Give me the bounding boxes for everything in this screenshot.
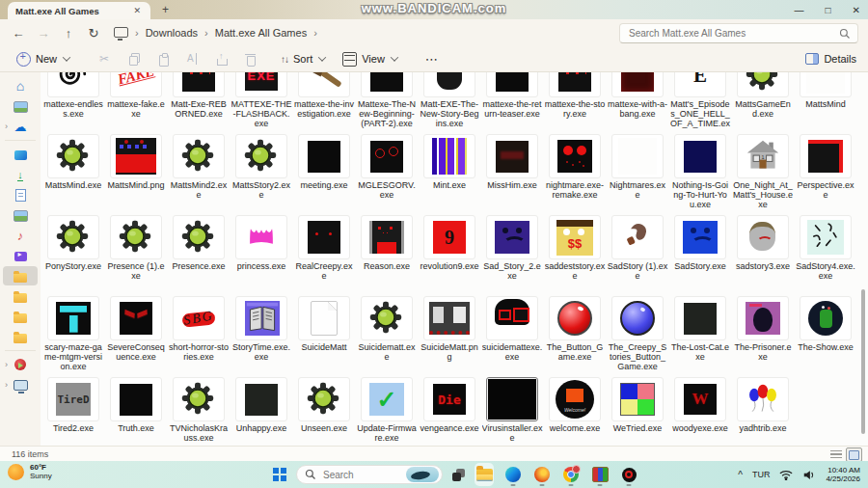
- forward-button[interactable]: →: [31, 26, 56, 41]
- sidebar-item-videos[interactable]: [3, 246, 38, 265]
- sidebar-item-music[interactable]: [3, 226, 38, 245]
- file-item[interactable]: Welcome!welcome.exe: [544, 377, 606, 446]
- scrollbar-thumb[interactable]: [861, 289, 865, 434]
- file-item[interactable]: MGLESGORV.exe: [356, 134, 418, 211]
- sidebar-item-folder2[interactable]: [3, 286, 38, 306]
- firefox-taskbar-button[interactable]: [532, 463, 552, 486]
- file-item[interactable]: MattsGameEnd.exe: [732, 72, 794, 130]
- file-item[interactable]: meeting.exe: [293, 134, 355, 211]
- file-item[interactable]: nightmare.exe-remake.exe: [544, 134, 606, 211]
- copy-icon[interactable]: [128, 53, 141, 66]
- minimize-button[interactable]: —: [795, 5, 804, 15]
- wifi-icon[interactable]: [779, 470, 793, 480]
- file-item[interactable]: Truth.exe: [105, 377, 167, 446]
- taskbar-search-input[interactable]: [321, 469, 401, 481]
- file-item[interactable]: Presence (1).exe: [105, 215, 167, 292]
- file-item[interactable]: Wwoodyexe.exe: [669, 377, 731, 446]
- file-item[interactable]: PonyStory.exe: [42, 215, 104, 292]
- sidebar-item-downloads[interactable]: [3, 165, 38, 184]
- sidebar-item-thispc[interactable]: ›: [3, 375, 38, 394]
- file-item[interactable]: mattexe-with-a-bang.exe: [607, 72, 668, 130]
- file-item[interactable]: MattsMind2.exe: [168, 134, 230, 211]
- hidden-icons-button[interactable]: ^: [738, 470, 743, 480]
- large-icons-view-button[interactable]: [846, 447, 862, 462]
- file-item[interactable]: yadhtrib.exe: [732, 377, 794, 446]
- bandicam-taskbar-button[interactable]: [619, 463, 638, 486]
- chrome-taskbar-button[interactable]: [561, 463, 581, 486]
- file-item[interactable]: SevereConsequence.exe: [105, 296, 167, 373]
- rename-icon[interactable]: [186, 53, 199, 66]
- view-button[interactable]: View: [334, 48, 406, 69]
- details-button[interactable]: Details: [805, 53, 856, 65]
- file-item[interactable]: Dievengeance.exe: [419, 377, 480, 446]
- file-item[interactable]: Mattexe-The-New-Beginning-(PART-2).exe: [356, 72, 418, 130]
- volume-icon[interactable]: [802, 470, 816, 480]
- file-item[interactable]: mattexe-the-story.exe: [544, 72, 606, 130]
- refresh-button[interactable]: ↻: [81, 26, 106, 41]
- file-item[interactable]: scary-maze-game-mtgm-version.exe: [42, 296, 104, 373]
- maximize-button[interactable]: □: [826, 5, 831, 15]
- file-item[interactable]: TVNicholasKrauss.exe: [168, 377, 230, 446]
- file-item[interactable]: suicidemattexe.exe: [481, 296, 543, 373]
- edge-taskbar-button[interactable]: [503, 463, 523, 486]
- file-item[interactable]: Unseen.exe: [293, 377, 355, 446]
- language-indicator[interactable]: TUR: [752, 470, 771, 479]
- share-icon[interactable]: [215, 53, 228, 66]
- file-item[interactable]: SadStory (1).exe: [607, 215, 668, 292]
- file-item[interactable]: WeTried.exe: [607, 377, 668, 446]
- sidebar-item-desktop[interactable]: [3, 145, 38, 164]
- file-item[interactable]: The_Creepy_Stories_Button_Game.exe: [607, 296, 668, 373]
- file-item[interactable]: MattsMind: [795, 72, 856, 130]
- more-options-button[interactable]: ⋯: [425, 52, 439, 67]
- file-item[interactable]: Mint.exe: [419, 134, 480, 211]
- file-item[interactable]: MattsStory2.exe: [231, 134, 292, 211]
- clock[interactable]: 10:40 AM 4/25/2026: [826, 466, 860, 483]
- file-explorer-taskbar-button[interactable]: [475, 463, 494, 486]
- taskbar-search[interactable]: [296, 465, 443, 484]
- sidebar-item-documents[interactable]: [3, 185, 38, 204]
- sidebar-item-folder[interactable]: [3, 266, 38, 285]
- weather-widget[interactable]: 60°F Sunny: [8, 463, 52, 480]
- sidebar-item-media[interactable]: ›: [3, 355, 38, 374]
- close-button[interactable]: ✕: [853, 5, 860, 15]
- start-button[interactable]: [273, 468, 286, 481]
- file-item[interactable]: 9revolution9.exe: [419, 215, 480, 292]
- file-item[interactable]: Virusinstaller.exe: [481, 377, 543, 446]
- file-item[interactable]: The_Button_Game.exe: [544, 296, 606, 373]
- file-item[interactable]: The-Show.exe: [795, 296, 856, 373]
- sort-button[interactable]: ↑↓ Sort: [272, 48, 334, 69]
- file-item[interactable]: princess.exe: [231, 215, 292, 292]
- details-view-icon[interactable]: [830, 450, 842, 460]
- cut-icon[interactable]: ✂: [99, 53, 112, 66]
- file-item[interactable]: The-Prisoner.exe: [732, 296, 794, 373]
- file-item[interactable]: The-Lost-Cat.exe: [669, 296, 731, 373]
- file-item[interactable]: TireDTired2.exe: [42, 377, 104, 446]
- sidebar-item-home[interactable]: [3, 76, 38, 95]
- file-item[interactable]: Perspective.exe: [795, 134, 856, 211]
- this-pc-icon[interactable]: [114, 27, 128, 38]
- breadcrumb-current-folder[interactable]: Matt.exe All Games: [215, 27, 307, 39]
- file-item[interactable]: mattexe-the-return-teaser.exe: [481, 72, 543, 130]
- file-item[interactable]: RealCreepy.exe: [293, 215, 355, 292]
- task-view-button[interactable]: [452, 469, 465, 481]
- file-item[interactable]: MattsMind.exe: [42, 134, 104, 211]
- search-box[interactable]: [619, 23, 858, 43]
- file-item[interactable]: EXEMATTEXE-THE-FLASHBACK.exe: [231, 72, 292, 130]
- up-button[interactable]: ↑: [56, 26, 81, 41]
- search-input[interactable]: [627, 27, 839, 40]
- file-item[interactable]: SadStory4.exe.exe: [795, 215, 856, 292]
- file-item[interactable]: EMatt's_Episodes_ONE_HELL_OF_A_TIME.exe: [669, 72, 731, 130]
- file-item[interactable]: Reason.exe: [356, 215, 418, 292]
- sidebar-item-onedrive[interactable]: ›: [3, 117, 38, 136]
- delete-icon[interactable]: [244, 53, 257, 66]
- vertical-scrollbar[interactable]: [858, 72, 866, 446]
- sidebar-item-folder4[interactable]: [3, 327, 38, 346]
- file-item[interactable]: Suicidematt.exe: [356, 296, 418, 373]
- file-item[interactable]: SuicideMatt: [293, 296, 355, 373]
- file-item[interactable]: mattexe-the-investigation.exe: [293, 72, 355, 130]
- file-item[interactable]: 1One_Night_At_Matt's_House.exe: [732, 134, 794, 211]
- file-item[interactable]: SuicideMatt.png: [419, 296, 480, 373]
- breadcrumb-downloads[interactable]: Downloads: [146, 27, 198, 39]
- file-item[interactable]: Presence.exe: [168, 215, 230, 292]
- file-item[interactable]: SBGshort-horror-stories.exe: [168, 296, 230, 373]
